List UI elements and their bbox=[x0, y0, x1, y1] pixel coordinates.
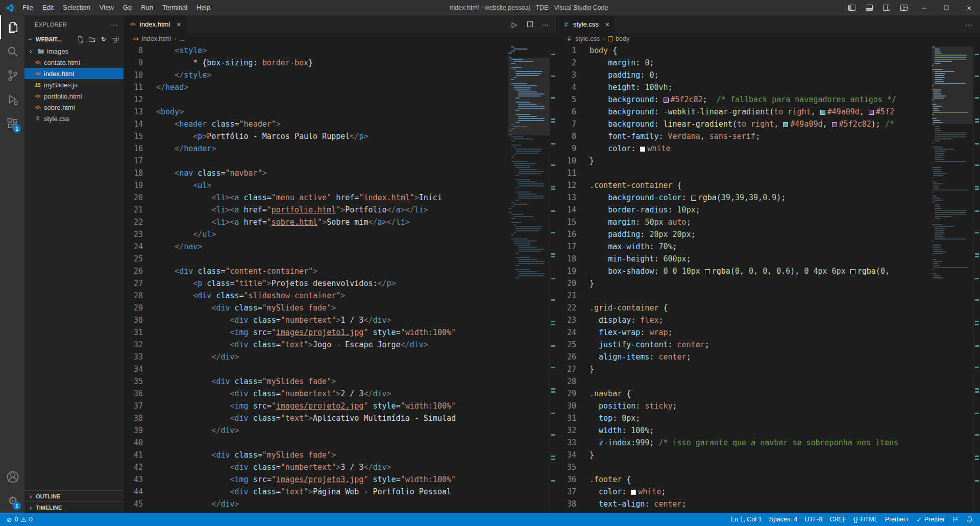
code-line[interactable]: </head> bbox=[156, 81, 508, 93]
line-number[interactable]: 44 bbox=[124, 486, 143, 498]
extensions-icon[interactable]: 1 bbox=[0, 111, 24, 135]
code-line[interactable]: color: white; bbox=[590, 486, 932, 498]
code-line[interactable]: <div class="mySlides fade"> bbox=[156, 449, 508, 461]
line-number[interactable]: 13 bbox=[557, 192, 576, 204]
code-line[interactable]: flex-wrap: wrap; bbox=[590, 326, 932, 339]
line-number[interactable]: 11 bbox=[124, 81, 143, 93]
line-number[interactable]: 3 bbox=[557, 69, 576, 81]
settings-gear-icon[interactable]: ⚙ 1 bbox=[0, 489, 24, 513]
line-number[interactable]: 36 bbox=[557, 473, 576, 486]
line-number[interactable]: 7 bbox=[557, 118, 576, 130]
problems-status[interactable]: ⊘ 0 ⚠ 0 bbox=[3, 513, 36, 526]
code-line[interactable]: <img src="images/projeto3.jpg" style="wi… bbox=[156, 473, 508, 486]
code-line[interactable]: </nav> bbox=[156, 241, 508, 253]
language-mode[interactable]: {} HTML bbox=[850, 516, 881, 523]
line-number[interactable]: 19 bbox=[557, 265, 576, 277]
encoding-status[interactable]: UTF-8 bbox=[801, 516, 826, 523]
maximize-button[interactable] bbox=[935, 0, 958, 15]
color-swatch[interactable] bbox=[705, 269, 710, 274]
line-number[interactable]: 27 bbox=[557, 363, 576, 375]
menu-help[interactable]: Help bbox=[192, 0, 215, 15]
tree-item-images[interactable]: › images bbox=[24, 45, 124, 57]
menu-selection[interactable]: Selection bbox=[58, 0, 94, 15]
code-line[interactable]: <body> bbox=[156, 106, 508, 118]
search-icon[interactable] bbox=[0, 39, 24, 63]
code-editor[interactable]: 1234567891011121314151617181920212223242… bbox=[557, 44, 980, 513]
line-number[interactable]: 21 bbox=[557, 290, 576, 302]
menu-file[interactable]: File bbox=[18, 0, 38, 15]
code-line[interactable]: font-family: Verdana, sans-serif; bbox=[590, 130, 932, 142]
code-line[interactable]: </ul> bbox=[156, 228, 508, 241]
color-swatch[interactable] bbox=[631, 490, 636, 495]
code-line[interactable]: </div> bbox=[156, 351, 508, 363]
split-editor-icon[interactable] bbox=[523, 17, 537, 32]
line-number[interactable]: 20 bbox=[557, 277, 576, 290]
code-line[interactable] bbox=[156, 363, 508, 375]
line-number[interactable]: 34 bbox=[557, 449, 576, 461]
line-number[interactable]: 6 bbox=[557, 106, 576, 118]
line-number[interactable]: 32 bbox=[557, 424, 576, 437]
collapse-folders-icon[interactable] bbox=[110, 34, 120, 44]
breadcrumb-symbol[interactable]: body bbox=[608, 35, 629, 42]
code-line[interactable]: color: white bbox=[590, 142, 932, 155]
code-line[interactable] bbox=[156, 437, 508, 449]
code-line[interactable]: <p class="title">Projetos desenvolvidos:… bbox=[156, 277, 508, 290]
line-number[interactable]: 13 bbox=[124, 106, 143, 118]
line-number[interactable]: 11 bbox=[557, 167, 576, 179]
code-line[interactable]: margin: 50px auto; bbox=[590, 216, 932, 228]
code-line[interactable]: <div class="content-container"> bbox=[156, 265, 508, 277]
accounts-icon[interactable] bbox=[0, 465, 24, 489]
code-line[interactable]: <style> bbox=[156, 44, 508, 57]
source-control-icon[interactable] bbox=[0, 63, 24, 87]
code-line[interactable]: * {box-sizing: border-box} bbox=[156, 57, 508, 69]
line-number[interactable]: 12 bbox=[557, 179, 576, 192]
run-debug-icon[interactable] bbox=[0, 87, 24, 111]
code-line[interactable]: } bbox=[590, 155, 932, 167]
code-line[interactable]: <li><a href="sobre.html">Sobre mim</a></… bbox=[156, 216, 508, 228]
line-number[interactable]: 17 bbox=[557, 241, 576, 253]
code-line[interactable]: z-index:999; /* isso garante que a navba… bbox=[590, 437, 932, 449]
line-number[interactable]: 8 bbox=[557, 130, 576, 142]
code-editor[interactable]: 8910111213141516171819202122232425262728… bbox=[124, 44, 556, 513]
code-line[interactable]: body { bbox=[590, 44, 932, 57]
line-number[interactable]: 30 bbox=[124, 314, 143, 326]
code-line[interactable] bbox=[156, 93, 508, 106]
line-number[interactable]: 15 bbox=[557, 216, 576, 228]
code-line[interactable]: background: -webkit-linear-gradient(to r… bbox=[590, 106, 932, 118]
color-swatch[interactable] bbox=[783, 122, 788, 127]
menu-edit[interactable]: Edit bbox=[38, 0, 58, 15]
line-number[interactable]: 29 bbox=[557, 388, 576, 400]
line-number[interactable]: 22 bbox=[557, 302, 576, 314]
toggle-panel-icon[interactable] bbox=[861, 0, 878, 15]
color-swatch[interactable] bbox=[832, 122, 837, 127]
code-line[interactable]: <div class="text">Página Web - Portfolio… bbox=[156, 486, 508, 498]
code-line[interactable]: .grid-container { bbox=[590, 302, 932, 314]
color-swatch[interactable] bbox=[664, 98, 669, 103]
line-number[interactable]: 34 bbox=[124, 363, 143, 375]
line-number[interactable]: 22 bbox=[124, 216, 143, 228]
color-swatch[interactable] bbox=[850, 269, 855, 274]
code-line[interactable]: padding: 20px 20px; bbox=[590, 228, 932, 241]
code-lines[interactable]: body { margin: 0; padding: 0; height: 10… bbox=[590, 44, 932, 513]
line-number[interactable]: 28 bbox=[557, 375, 576, 388]
outline-section-header[interactable]: › OUTLINE bbox=[24, 490, 124, 501]
line-number[interactable]: 42 bbox=[124, 461, 143, 473]
close-tab-icon[interactable]: × bbox=[177, 20, 181, 29]
refresh-icon[interactable]: ↻ bbox=[99, 34, 109, 44]
code-line[interactable]: } bbox=[590, 449, 932, 461]
timeline-section-header[interactable]: › TIMELINE bbox=[24, 501, 124, 513]
line-number[interactable]: 35 bbox=[124, 375, 143, 388]
line-number[interactable]: 8 bbox=[124, 44, 143, 57]
toggle-primary-sidebar-icon[interactable] bbox=[843, 0, 861, 15]
line-number[interactable]: 28 bbox=[124, 290, 143, 302]
code-line[interactable]: margin: 0; bbox=[590, 57, 932, 69]
code-line[interactable]: background: linear-gradient(to right, #4… bbox=[590, 118, 932, 130]
run-preview-icon[interactable]: ▷ bbox=[507, 17, 522, 32]
code-line[interactable] bbox=[156, 253, 508, 265]
color-swatch[interactable] bbox=[691, 196, 696, 201]
code-line[interactable]: min-height: 600px; bbox=[590, 253, 932, 265]
code-line[interactable] bbox=[590, 461, 932, 473]
code-line[interactable]: </div> bbox=[156, 424, 508, 437]
code-line[interactable]: <div class="text">Jogo - Escape Jorge</d… bbox=[156, 339, 508, 351]
minimap[interactable] bbox=[932, 44, 973, 513]
